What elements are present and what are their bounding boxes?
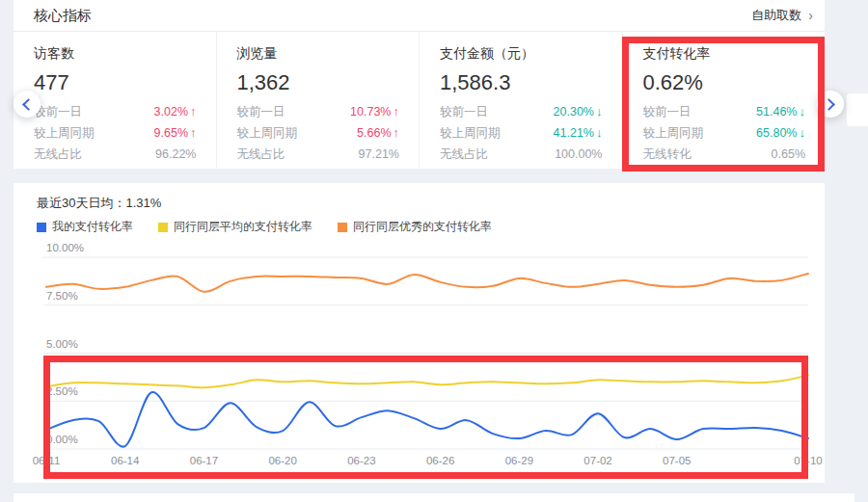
- series-line-2: [46, 274, 808, 292]
- y-axis-label: 10.00%: [46, 242, 84, 253]
- metric-card-row: 无线占比100.00%: [440, 147, 603, 161]
- metric-row-label: 较前一日: [34, 105, 82, 119]
- y-axis-label: 2.50%: [46, 385, 78, 397]
- metric-row-value: 0.65%: [772, 147, 805, 161]
- metric-row-value-group: 20.30%↓: [554, 105, 603, 119]
- metric-card-title: 浏览量: [237, 45, 400, 63]
- panel-header: 核心指标 自助取数 ›: [14, 0, 825, 32]
- metric-row-label: 无线转化: [643, 147, 692, 161]
- metric-card-row: 无线转化0.65%: [643, 147, 806, 161]
- x-axis-label: 07-02: [583, 455, 611, 466]
- metric-row-label: 较前一日: [643, 105, 692, 119]
- metric-row-label: 较上周同期: [643, 126, 704, 140]
- metric-card-value: 1,586.3: [440, 70, 603, 95]
- metric-row-label: 较前一日: [440, 105, 488, 119]
- adjacent-panel-fragment: [847, 93, 868, 126]
- metric-card-payment-conversion[interactable]: 支付转化率0.62%较前一日51.46%↓较上周同期65.80%↓无线转化0.6…: [623, 32, 826, 168]
- metric-row-label: 较上周同期: [440, 126, 501, 140]
- x-axis-label: 06-23: [347, 455, 375, 466]
- metric-row-value-group: 97.21%: [359, 147, 399, 161]
- metric-row-label: 较上周同期: [237, 126, 298, 140]
- y-axis-label: 0.00%: [46, 434, 78, 445]
- metric-row-label: 较上周同期: [34, 126, 95, 140]
- x-axis-label: 06-26: [426, 455, 454, 466]
- metric-row-value: 65.80%: [756, 126, 797, 140]
- x-axis-label: 06-20: [268, 455, 296, 466]
- up-arrow-icon: ↑: [190, 105, 197, 119]
- metric-card-payment-amount[interactable]: 支付金额（元）1,586.3较前一日20.30%↓较上周同期41.21%↓无线占…: [420, 32, 623, 168]
- metric-row-value-group: 51.46%↓: [756, 105, 805, 119]
- metric-card-row: 较前一日3.02%↑: [34, 105, 197, 119]
- metric-row-value-group: 41.21%↓: [554, 126, 603, 140]
- metric-card-value: 0.62%: [643, 70, 806, 95]
- metric-row-value-group: 100.00%: [555, 147, 602, 161]
- metric-row-value: 97.21%: [359, 147, 399, 161]
- metric-row-value-group: 0.65%: [772, 147, 805, 161]
- chevron-left-icon: [22, 98, 35, 111]
- series-line-1: [46, 375, 808, 387]
- metric-card-row: 较上周同期5.66%↑: [237, 126, 400, 140]
- up-arrow-icon: ↑: [393, 105, 400, 119]
- metric-card-pageviews[interactable]: 浏览量1,362较前一日10.73%↑较上周同期5.66%↑无线占比97.21%: [217, 32, 420, 168]
- metric-row-value-group: 5.66%↑: [357, 126, 399, 140]
- metric-row-label: 无线占比: [440, 147, 488, 161]
- metric-row-value: 96.22%: [155, 147, 196, 161]
- down-arrow-icon: ↓: [596, 105, 603, 119]
- down-arrow-icon: ↓: [800, 126, 806, 140]
- metric-card-row: 较上周同期41.21%↓: [440, 126, 603, 140]
- metric-cards: 访客数477较前一日3.02%↑较上周同期9.65%↑无线占比96.22%浏览量…: [14, 32, 825, 168]
- metric-row-value-group: 96.22%: [155, 147, 196, 161]
- metric-card-row: 较上周同期65.80%↓: [643, 126, 806, 140]
- core-metrics-panel: 核心指标 自助取数 › 访客数477较前一日3.02%↑较上周同期9.65%↑无…: [14, 0, 825, 169]
- metric-row-value: 9.65%: [154, 126, 188, 140]
- x-axis-label: 06-17: [190, 455, 218, 466]
- metric-card-row: 较前一日51.46%↓: [643, 105, 806, 119]
- up-arrow-icon: ↑: [393, 126, 400, 140]
- metric-row-value-group: 9.65%↑: [154, 126, 197, 140]
- chevron-right-icon: [823, 98, 835, 111]
- metric-card-visitors[interactable]: 访客数477较前一日3.02%↑较上周同期9.65%↑无线占比96.22%: [14, 32, 217, 168]
- metric-card-title: 支付转化率: [643, 45, 806, 63]
- metric-card-row: 较前一日10.73%↑: [237, 105, 400, 119]
- down-arrow-icon: ↓: [596, 126, 603, 140]
- carousel-next-button[interactable]: [817, 91, 844, 118]
- page-title: 核心指标: [34, 7, 92, 25]
- metric-row-value-group: 65.80%↓: [756, 126, 805, 140]
- chevron-right-icon: ›: [808, 9, 813, 22]
- self-service-data-link[interactable]: 自助取数 ›: [751, 7, 813, 24]
- metric-row-value: 41.21%: [554, 126, 594, 140]
- x-axis-label: 06-29: [505, 455, 533, 466]
- x-axis-label: 06-11: [33, 455, 61, 466]
- metric-card-row: 无线占比97.21%: [237, 147, 400, 161]
- series-line-0: [46, 392, 808, 447]
- metric-card-title: 访客数: [34, 45, 197, 63]
- metric-card-title: 支付金额（元）: [440, 45, 603, 63]
- metric-card-value: 1,362: [237, 70, 400, 95]
- metric-card-row: 较上周同期9.65%↑: [34, 126, 197, 140]
- metric-card-row: 较前一日20.30%↓: [440, 105, 603, 119]
- x-axis-label: 06-14: [111, 455, 140, 466]
- metric-row-value: 100.00%: [555, 147, 602, 161]
- metric-row-value: 3.02%: [154, 105, 188, 119]
- metric-row-value: 20.30%: [554, 105, 594, 119]
- metric-card-value: 477: [34, 70, 197, 95]
- metric-row-label: 无线占比: [237, 147, 285, 161]
- metric-row-value: 5.66%: [357, 126, 391, 140]
- metric-row-label: 无线占比: [34, 147, 82, 161]
- metric-row-value: 51.46%: [756, 105, 797, 119]
- metric-row-value-group: 3.02%↑: [154, 105, 197, 119]
- x-axis-label: 07-10: [794, 455, 822, 466]
- conversion-trend-chart[interactable]: 10.00%7.50%5.00%2.50%0.00%06-1106-1406-1…: [14, 183, 825, 483]
- self-service-data-label: 自助取数: [751, 7, 801, 24]
- y-axis-label: 5.00%: [46, 338, 78, 350]
- metric-card-row: 无线占比96.22%: [34, 147, 197, 161]
- trend-chart-panel[interactable]: 最近30天日均：1.31% 我的支付转化率同行同层平均的支付转化率同行同层优秀的…: [14, 183, 825, 483]
- x-axis-label: 07-05: [663, 455, 691, 466]
- carousel-prev-button[interactable]: [14, 91, 41, 118]
- metric-row-value: 10.73%: [350, 105, 391, 119]
- metric-row-value-group: 10.73%↑: [350, 105, 399, 119]
- next-section-panel: [14, 493, 854, 502]
- down-arrow-icon: ↓: [800, 105, 806, 119]
- up-arrow-icon: ↑: [190, 126, 197, 140]
- metric-row-label: 较前一日: [237, 105, 285, 119]
